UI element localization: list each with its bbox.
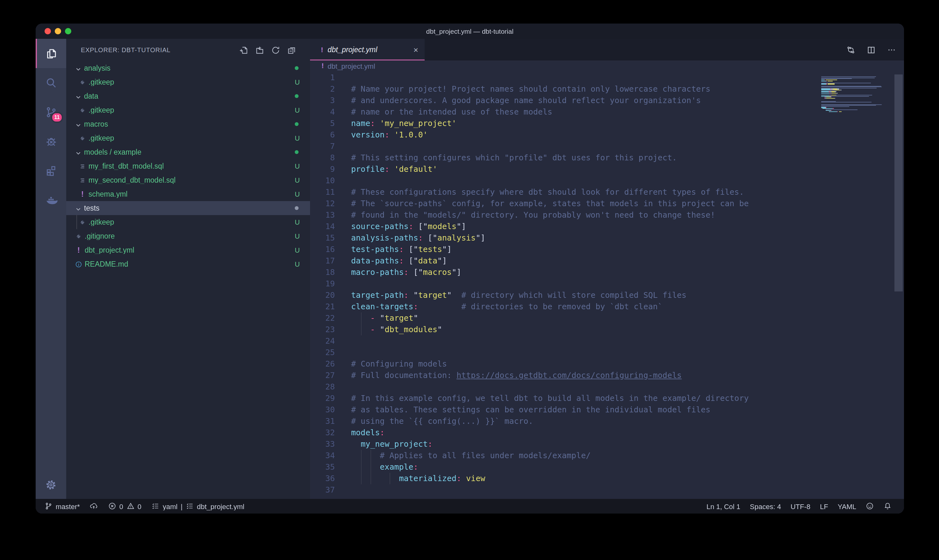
- line-number: 30: [310, 404, 335, 415]
- feedback-smiley-icon[interactable]: [866, 502, 874, 510]
- indentation-setting[interactable]: Spaces: 4: [750, 502, 781, 510]
- open-changes-icon[interactable]: [846, 45, 856, 54]
- code-line[interactable]: 17data-paths: ["data"]: [310, 255, 904, 266]
- code-text: # Applies to all files under models/exam…: [351, 449, 591, 461]
- zoom-window-button[interactable]: [65, 28, 71, 34]
- tree-file--gitignore[interactable]: .gitignoreU: [66, 229, 310, 243]
- code-line[interactable]: 12# The `source-paths` config, for examp…: [310, 198, 904, 209]
- code-line[interactable]: 15analysis-paths: ["analysis"]: [310, 232, 904, 243]
- code-line[interactable]: 14source-paths: ["models"]: [310, 220, 904, 232]
- breadcrumb[interactable]: ! dbt_project.yml: [310, 60, 904, 72]
- eol-setting[interactable]: LF: [820, 502, 828, 510]
- minimize-window-button[interactable]: [55, 28, 61, 34]
- code-line[interactable]: 28: [310, 381, 904, 392]
- code-line[interactable]: 13# found in the "models/" directory. Yo…: [310, 209, 904, 220]
- tree-folder-macros[interactable]: macros: [66, 117, 310, 131]
- code-line[interactable]: 8# This setting configures which "profil…: [310, 152, 904, 163]
- checklist-icon: [151, 502, 160, 510]
- breadcrumb-filename[interactable]: dbt_project.yml: [328, 62, 375, 70]
- docker-icon[interactable]: [35, 185, 66, 214]
- source-control-icon[interactable]: 11: [35, 97, 66, 127]
- code-line[interactable]: 7: [310, 140, 904, 152]
- cursor-position[interactable]: Ln 1, Col 1: [706, 502, 740, 510]
- code-line[interactable]: 36 materialized: view: [310, 472, 904, 484]
- code-line[interactable]: 22 - "target": [310, 312, 904, 324]
- tree-file--gitkeep[interactable]: .gitkeepU: [66, 215, 310, 229]
- code-line[interactable]: 27# Full documentation: https://docs.get…: [310, 369, 904, 381]
- minimap[interactable]: [821, 75, 893, 113]
- refresh-icon[interactable]: [271, 46, 280, 54]
- publish-changes-button[interactable]: [90, 502, 98, 510]
- code-line[interactable]: 16test-paths: ["tests"]: [310, 243, 904, 255]
- extensions-icon[interactable]: [35, 156, 66, 185]
- git-untracked-badge: U: [295, 78, 300, 86]
- chevron-down-icon: [76, 149, 81, 155]
- git-untracked-badge: U: [295, 218, 300, 226]
- more-actions-icon[interactable]: [887, 45, 896, 54]
- window-title: dbt_project.yml — dbt-tutorial: [35, 28, 904, 35]
- scrollbar-thumb[interactable]: [894, 74, 903, 291]
- code-line[interactable]: 32models:: [310, 427, 904, 438]
- code-line[interactable]: 37: [310, 484, 904, 495]
- tree-file-schema-yml[interactable]: !schema.ymlU: [66, 187, 310, 201]
- collapse-all-icon[interactable]: [287, 46, 296, 54]
- new-folder-icon[interactable]: [255, 46, 264, 54]
- code-line[interactable]: 25: [310, 346, 904, 358]
- settings-gear-icon[interactable]: [35, 471, 66, 499]
- code-line[interactable]: 30# as tables. These settings can be ove…: [310, 404, 904, 415]
- new-file-icon[interactable]: [239, 46, 248, 54]
- code-line[interactable]: 19: [310, 278, 904, 289]
- problems-status[interactable]: 0 0: [108, 502, 142, 510]
- sql-file-icon: [79, 177, 86, 184]
- code-line[interactable]: 11# These configurations specify where d…: [310, 186, 904, 198]
- code-text: # In this example config, we tell dbt to…: [351, 392, 749, 404]
- code-line[interactable]: 33 my_new_project:: [310, 438, 904, 449]
- tree-folder-data[interactable]: data: [66, 89, 310, 103]
- tree-file-my-second-dbt-model-sql[interactable]: my_second_dbt_model.sqlU: [66, 173, 310, 187]
- vertical-scrollbar[interactable]: [893, 72, 904, 499]
- code-line[interactable]: 3# and underscores. A good package name …: [310, 94, 904, 106]
- tree-item-label: tests: [84, 204, 295, 212]
- code-line[interactable]: 4# name or the intended use of these mod…: [310, 106, 904, 117]
- code-line[interactable]: 26# Configuring models: [310, 358, 904, 369]
- tree-file-README-md[interactable]: README.mdU: [66, 257, 310, 271]
- notifications-bell-icon[interactable]: [883, 502, 891, 510]
- code-line[interactable]: 6version: '1.0.0': [310, 129, 904, 140]
- tab-close-icon[interactable]: ×: [414, 46, 418, 54]
- tab-dbt-project-yml[interactable]: ! dbt_project.yml ×: [310, 39, 425, 60]
- code-line[interactable]: 23 - "dbt_modules": [310, 324, 904, 335]
- code-line[interactable]: 9profile: 'default': [310, 163, 904, 175]
- tree-file--gitkeep[interactable]: .gitkeepU: [66, 131, 310, 145]
- tree-file-my-first-dbt-model-sql[interactable]: my_first_dbt_model.sqlU: [66, 159, 310, 173]
- explorer-icon[interactable]: [35, 39, 66, 68]
- code-line[interactable]: 10: [310, 175, 904, 186]
- line-number: 20: [310, 289, 335, 301]
- tree-folder-models-example[interactable]: models / example: [66, 145, 310, 159]
- tree-file--gitkeep[interactable]: .gitkeepU: [66, 75, 310, 89]
- code-editor[interactable]: 12# Name your project! Project names sho…: [310, 72, 904, 499]
- code-line[interactable]: 2# Name your project! Project names shou…: [310, 83, 904, 94]
- encoding-setting[interactable]: UTF-8: [791, 502, 810, 510]
- code-line[interactable]: 34 # Applies to all files under models/e…: [310, 449, 904, 461]
- code-line[interactable]: 31# using the `{{ config(...) }}` macro.: [310, 415, 904, 427]
- yaml-file-icon: !: [321, 46, 323, 53]
- code-line[interactable]: 5name: 'my_new_project': [310, 117, 904, 129]
- code-line[interactable]: 18macro-paths: ["macros"]: [310, 266, 904, 278]
- code-line[interactable]: 24: [310, 335, 904, 346]
- code-line[interactable]: 1: [310, 72, 904, 83]
- code-line[interactable]: 20target-path: "target" # directory whic…: [310, 289, 904, 301]
- close-window-button[interactable]: [45, 28, 51, 34]
- tree-file-dbt-project-yml[interactable]: !dbt_project.ymlU: [66, 243, 310, 257]
- split-editor-icon[interactable]: [867, 45, 876, 54]
- run-debug-icon[interactable]: [35, 127, 66, 156]
- tree-file--gitkeep[interactable]: .gitkeepU: [66, 103, 310, 117]
- git-branch-status[interactable]: master*: [45, 502, 80, 510]
- dbt-status-items[interactable]: yaml | dbt_project.yml: [151, 502, 244, 510]
- code-line[interactable]: 21clean-targets: # directories to be rem…: [310, 301, 904, 312]
- tree-folder-tests[interactable]: tests: [66, 201, 310, 215]
- language-mode[interactable]: YAML: [838, 502, 856, 510]
- code-line[interactable]: 35 example:: [310, 461, 904, 472]
- code-line[interactable]: 29# In this example config, we tell dbt …: [310, 392, 904, 404]
- search-icon[interactable]: [35, 68, 66, 97]
- tree-folder-analysis[interactable]: analysis: [66, 61, 310, 75]
